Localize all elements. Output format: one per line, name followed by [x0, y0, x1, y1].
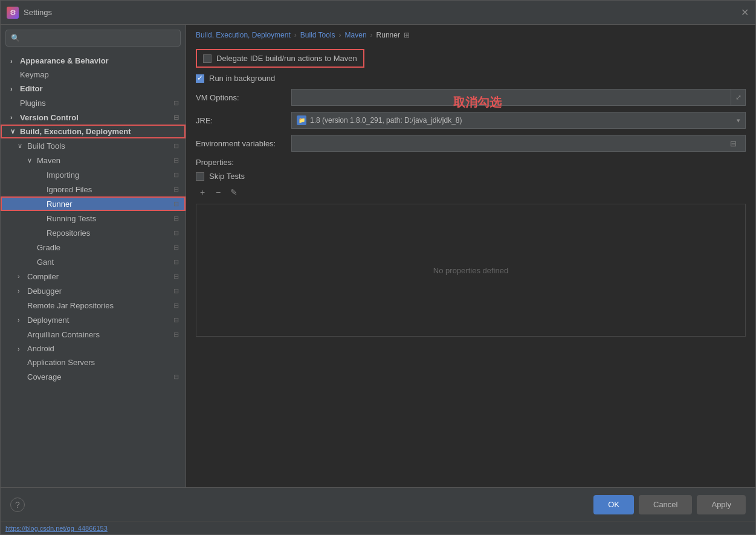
sidebar-item-label: Keymap	[20, 70, 49, 79]
edit-property-button[interactable]: ✎	[227, 186, 241, 199]
apply-button[interactable]: Apply	[697, 495, 746, 514]
sidebar-item-editor[interactable]: › Editor	[1, 82, 186, 96]
vcs-icon: ⊟	[171, 112, 181, 122]
sidebar-item-label: Maven	[37, 156, 60, 165]
breadcrumb-tools[interactable]: Build Tools	[300, 31, 335, 39]
sidebar-item-label: Plugins	[20, 99, 46, 108]
sidebar-item-coverage[interactable]: Coverage ⊟	[1, 369, 186, 384]
sidebar-item-appearance[interactable]: › Appearance & Behavior	[1, 54, 186, 68]
status-url[interactable]: https://blog.csdn.net/qq_44866153	[5, 525, 108, 532]
sidebar-item-compiler[interactable]: › Compiler ⊟	[1, 269, 186, 284]
sidebar-item-plugins[interactable]: Plugins ⊟	[1, 96, 186, 110]
expand-arrow-compiler: ›	[18, 273, 25, 280]
sidebar-item-label: Gradle	[37, 243, 60, 252]
expand-arrow-vcs: ›	[10, 114, 18, 121]
sidebar-item-label: Compiler	[27, 272, 59, 281]
settings-window: ⚙ Settings ✕ 🔍 › Appearance & Behavior	[0, 0, 756, 535]
close-button[interactable]: ✕	[740, 8, 749, 18]
sidebar-item-keymap[interactable]: Keymap	[1, 68, 186, 82]
content-area: Delegate IDE build/run actions to Maven …	[186, 44, 755, 487]
background-checkbox[interactable]	[196, 74, 204, 83]
no-arrow	[18, 373, 25, 380]
main-content: 🔍 › Appearance & Behavior Keymap ›	[1, 25, 755, 487]
no-arrow	[37, 229, 44, 236]
expand-arrow-debugger: ›	[18, 287, 25, 294]
sidebar-item-repositories[interactable]: Repositories ⊟	[1, 225, 186, 240]
sidebar-item-label: Application Servers	[27, 358, 95, 367]
bottom-bar: ? OK Cancel Apply	[1, 487, 755, 521]
gradle-icon: ⊟	[171, 242, 181, 252]
sidebar-item-running-tests[interactable]: Running Tests ⊟	[1, 211, 186, 225]
expand-arrow-deployment: ›	[18, 316, 25, 323]
ok-button[interactable]: OK	[593, 495, 634, 514]
breadcrumb-settings-icon[interactable]: ⊞	[404, 31, 410, 39]
jre-row: JRE: 📁 1.8 (version 1.8.0_291, path: D:/…	[196, 112, 746, 129]
sidebar-item-label: Ignored Files	[47, 185, 92, 194]
importing-icon: ⊟	[171, 170, 181, 180]
sidebar-item-debugger[interactable]: › Debugger ⊟	[1, 284, 186, 298]
jre-select[interactable]: 📁 1.8 (version 1.8.0_291, path: D:/java_…	[291, 112, 746, 129]
sidebar-item-label: Version Control	[20, 113, 79, 122]
app-icon: ⚙	[7, 7, 19, 19]
sidebar-item-label: Gant	[37, 258, 54, 267]
env-vars-btn[interactable]: ⊟	[726, 136, 740, 151]
no-arrow	[10, 99, 18, 106]
gant-icon: ⊟	[171, 257, 181, 267]
sidebar-item-gradle[interactable]: Gradle ⊟	[1, 240, 186, 255]
background-checkbox-row: Run in background	[196, 74, 746, 83]
sidebar-item-maven[interactable]: ∨ Maven ⊟	[1, 153, 186, 167]
sidebar-item-label: Deployment	[27, 316, 69, 325]
search-box[interactable]: 🔍	[5, 30, 181, 47]
jre-folder-icon: 📁	[297, 115, 306, 125]
vm-options-input[interactable]	[292, 89, 731, 105]
sidebar-item-remote-jar[interactable]: Remote Jar Repositories ⊟	[1, 298, 186, 313]
properties-toolbar: + − ✎	[196, 186, 746, 199]
breadcrumb-maven[interactable]: Maven	[345, 31, 367, 39]
sidebar-item-deployment[interactable]: › Deployment ⊟	[1, 313, 186, 327]
sidebar-item-label: Appearance & Behavior	[20, 56, 109, 65]
help-button[interactable]: ?	[10, 498, 25, 512]
no-arrow	[18, 359, 25, 366]
search-input[interactable]	[22, 34, 175, 42]
sidebar-item-runner[interactable]: Runner ⊟	[1, 196, 186, 211]
sidebar-item-arquillian[interactable]: Arquillian Containers ⊟	[1, 327, 186, 342]
repos-icon: ⊟	[171, 228, 181, 238]
compiler-icon: ⊟	[171, 271, 181, 281]
sidebar-item-build-tools[interactable]: ∨ Build Tools ⊟	[1, 138, 186, 153]
sidebar-item-gant[interactable]: Gant ⊟	[1, 255, 186, 269]
skip-tests-checkbox[interactable]	[196, 172, 204, 181]
sidebar-item-label: Build Tools	[27, 141, 65, 151]
env-vars-input[interactable]: ⊟	[291, 135, 746, 152]
search-icon: 🔍	[11, 34, 20, 42]
no-arrow	[37, 171, 44, 178]
no-arrow	[27, 244, 34, 251]
cancel-button[interactable]: Cancel	[639, 495, 692, 514]
delegate-checkbox[interactable]	[203, 54, 212, 63]
sidebar-item-label: Remote Jar Repositories	[27, 301, 114, 310]
sidebar-item-android[interactable]: › Android	[1, 342, 186, 355]
vm-options-expand[interactable]: ⤢	[731, 89, 745, 105]
no-arrow	[37, 215, 44, 222]
sidebar-item-vcs[interactable]: › Version Control ⊟	[1, 110, 186, 125]
jre-value: 1.8 (version 1.8.0_291, path: D:/java_jd…	[310, 116, 737, 125]
add-property-button[interactable]: +	[196, 186, 209, 199]
sidebar-item-label: Importing	[47, 170, 79, 180]
no-properties-text: No properties defined	[433, 266, 508, 275]
title-bar: ⚙ Settings ✕	[1, 1, 755, 25]
no-arrow	[10, 71, 18, 79]
expand-arrow-build: ∨	[10, 128, 18, 135]
no-arrow	[18, 331, 25, 338]
runner-icon: ⊟	[171, 199, 181, 209]
sidebar-item-build-execution[interactable]: ∨ Build, Execution, Deployment	[1, 125, 186, 138]
remove-property-button[interactable]: −	[212, 186, 225, 199]
delegate-checkbox-row: Delegate IDE build/run actions to Maven	[196, 49, 364, 68]
jre-arrow-icon: ▾	[737, 117, 740, 125]
breadcrumb-build[interactable]: Build, Execution, Deployment	[196, 31, 291, 39]
plugins-icon: ⊟	[171, 98, 181, 108]
sidebar-item-ignored-files[interactable]: Ignored Files ⊟	[1, 182, 186, 196]
vm-options-field[interactable]: ⤢	[291, 89, 746, 106]
expand-arrow-editor: ›	[10, 85, 18, 92]
breadcrumb-runner: Runner	[376, 31, 400, 39]
sidebar-item-app-servers[interactable]: Application Servers	[1, 355, 186, 369]
sidebar-item-importing[interactable]: Importing ⊟	[1, 167, 186, 182]
